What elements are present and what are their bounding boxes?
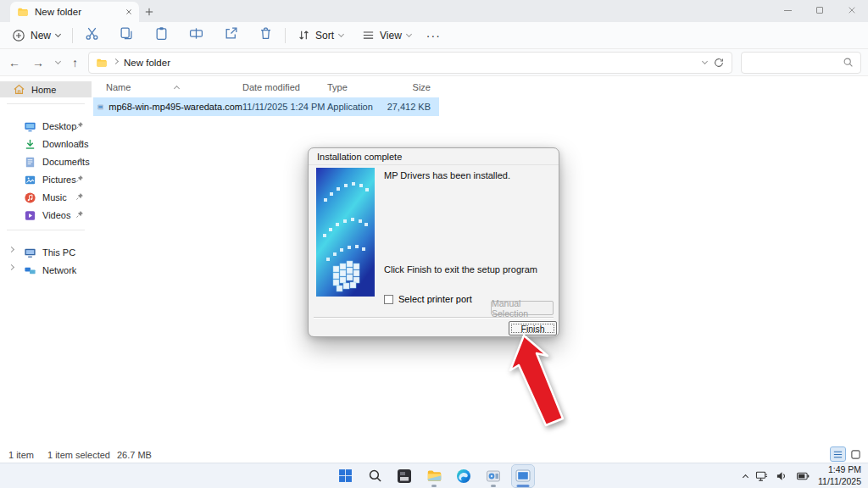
- chevron-down-icon: [338, 30, 344, 36]
- home-icon: [13, 83, 25, 96]
- expand-chevron-icon[interactable]: [8, 264, 14, 270]
- up-button[interactable]: ↑: [72, 56, 78, 69]
- view-button[interactable]: View: [362, 29, 411, 42]
- taskbar-edge[interactable]: [453, 465, 475, 487]
- red-pointer-arrow: [509, 334, 570, 429]
- status-bar: 1 item 1 item selected 26.7 MB: [0, 447, 868, 463]
- taskbar-search-button[interactable]: [364, 465, 386, 487]
- back-button[interactable]: ←: [8, 56, 20, 69]
- refresh-icon[interactable]: [713, 57, 725, 69]
- sidebar-item-network[interactable]: Network: [2, 262, 90, 279]
- toolbar-separator: [285, 28, 286, 43]
- delete-button[interactable]: [259, 26, 273, 44]
- item-count: 1 item: [8, 450, 34, 460]
- thumbnails-view-button[interactable]: [849, 447, 863, 461]
- music-icon: [24, 191, 36, 204]
- tab-close-icon[interactable]: [125, 8, 132, 15]
- pin-icon: [75, 192, 84, 201]
- sidebar-item-documents[interactable]: Documents: [2, 153, 90, 170]
- window-controls: [771, 0, 868, 20]
- windows-start-icon: [338, 469, 353, 483]
- plus-icon: [145, 8, 153, 16]
- sort-icon: [298, 29, 310, 42]
- address-bar[interactable]: New folder: [88, 52, 732, 74]
- sidebar-item-music[interactable]: Music: [2, 189, 90, 206]
- sidebar-item-videos[interactable]: Videos: [2, 207, 90, 224]
- view-button-label: View: [380, 30, 402, 42]
- this-pc-icon: [24, 247, 36, 259]
- details-view-icon: [832, 449, 843, 460]
- manual-selection-button: Manual Selection: [491, 301, 554, 315]
- maximize-button[interactable]: [804, 0, 836, 20]
- battery-icon[interactable]: [796, 470, 810, 482]
- taskbar-clock[interactable]: 1:49 PM 11/11/2025: [818, 464, 861, 487]
- column-header-size[interactable]: Size: [383, 82, 436, 92]
- new-tab-button[interactable]: [139, 2, 159, 22]
- select-printer-port-checkbox[interactable]: [384, 295, 393, 304]
- search-input[interactable]: [741, 52, 861, 74]
- pin-icon: [75, 121, 84, 130]
- clock-time: 1:49 PM: [818, 464, 861, 476]
- installer-dialog: Installation complete M: [308, 147, 559, 337]
- taskbar-active-window[interactable]: [512, 465, 534, 487]
- installer-icon: [486, 469, 501, 484]
- sort-button[interactable]: Sort: [298, 29, 343, 42]
- sort-ascending-icon: [174, 86, 180, 92]
- new-button[interactable]: New: [12, 29, 60, 42]
- taskbar-installer[interactable]: [482, 465, 504, 487]
- breadcrumb-path[interactable]: New folder: [124, 58, 697, 68]
- copy-button[interactable]: [120, 26, 134, 44]
- minimize-icon: [784, 10, 792, 11]
- explorer-titlebar: New folder: [0, 0, 868, 22]
- file-name: mp68-win-mp495-waredata.com: [108, 102, 242, 112]
- sidebar-item-label: Network: [42, 265, 76, 275]
- share-icon: [224, 26, 238, 41]
- navigation-pane: Home Desktop Downloads Documents Picture…: [0, 78, 92, 447]
- rename-button[interactable]: [189, 26, 203, 44]
- explorer-tab[interactable]: New folder: [10, 2, 139, 22]
- taskbar-app-dark[interactable]: [393, 465, 415, 487]
- start-button[interactable]: [334, 465, 356, 487]
- paste-button[interactable]: [154, 26, 169, 44]
- sidebar-item-this-pc[interactable]: This PC: [2, 244, 90, 261]
- sidebar-item-downloads[interactable]: Downloads: [2, 136, 90, 152]
- pin-icon: [75, 139, 84, 147]
- close-button[interactable]: [836, 0, 868, 20]
- volume-icon[interactable]: [776, 470, 788, 482]
- taskbar-file-explorer[interactable]: [423, 465, 445, 487]
- running-indicator: [491, 485, 496, 487]
- cut-button[interactable]: [85, 26, 99, 44]
- share-button[interactable]: [224, 26, 238, 44]
- see-more-button[interactable]: ···: [426, 29, 441, 42]
- running-indicator: [431, 485, 437, 487]
- file-size: 27,412 KB: [383, 102, 436, 112]
- column-header-type[interactable]: Type: [327, 82, 383, 92]
- column-headers: Name Date modified Type Size: [93, 80, 439, 95]
- minimize-button[interactable]: [771, 0, 804, 20]
- selection-count: 1 item selected: [47, 450, 110, 460]
- dark-app-icon: [397, 469, 412, 484]
- expand-chevron-icon[interactable]: [8, 247, 14, 252]
- sidebar-item-label: Music: [42, 192, 67, 202]
- sidebar-item-label: This PC: [42, 247, 75, 258]
- paste-icon: [154, 26, 169, 41]
- maximize-icon: [816, 7, 823, 14]
- network-tray-icon[interactable]: [755, 470, 768, 482]
- column-header-name[interactable]: Name: [93, 82, 242, 92]
- search-icon: [368, 469, 382, 483]
- sidebar-item-desktop[interactable]: Desktop: [2, 118, 90, 135]
- videos-icon: [24, 209, 36, 222]
- dialog-message: MP Drivers has been installed.: [384, 170, 510, 180]
- sidebar-item-label: Desktop: [42, 121, 76, 131]
- column-header-date[interactable]: Date modified: [242, 82, 327, 92]
- forward-button[interactable]: →: [32, 56, 44, 69]
- sidebar-item-pictures[interactable]: Pictures: [2, 171, 90, 188]
- address-dropdown-chevron[interactable]: [702, 58, 708, 64]
- command-bar: New Sort View ···: [0, 22, 868, 49]
- tray-overflow-chevron[interactable]: [743, 474, 748, 480]
- details-view-button[interactable]: [831, 447, 845, 461]
- file-row[interactable]: mp68-win-mp495-waredata.com 11/11/2025 1…: [93, 97, 439, 116]
- sidebar-item-home[interactable]: Home: [0, 81, 92, 97]
- recent-locations-chevron[interactable]: [55, 58, 61, 64]
- breadcrumb-chevron-icon: [113, 58, 119, 64]
